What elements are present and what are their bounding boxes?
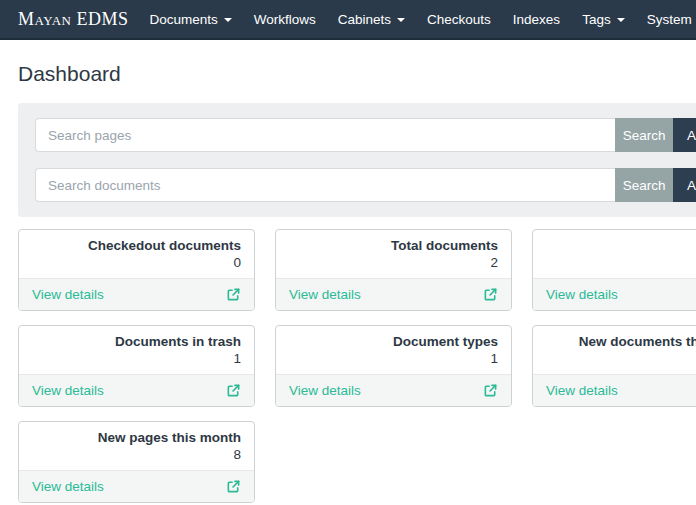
card-body: Document types 1 (276, 326, 511, 374)
card-footer: View details (533, 374, 696, 406)
nav-item-cabinets[interactable]: Cabinets (327, 0, 416, 39)
main-menu: Documents Workflows Cabinets Checkouts I… (138, 0, 696, 39)
advanced-search-pages-button[interactable]: Advanced (673, 118, 696, 152)
card-checkedout-documents: Checkedout documents 0 View details (18, 229, 255, 311)
search-documents-input[interactable] (35, 168, 615, 202)
card-value: 8 (32, 446, 241, 463)
card-document-types: Document types 1 View details (275, 325, 512, 407)
card-documents-in-trash: Documents in trash 1 View details (18, 325, 255, 407)
card-new-documents-this-month: New documents this month View details (532, 325, 696, 407)
card-title: New pages this month (32, 429, 241, 446)
nav-item-label: Indexes (513, 12, 560, 27)
card-value: 1 (32, 350, 241, 367)
nav-item-label: System (647, 12, 692, 27)
card-body: New pages this month 8 (19, 422, 254, 470)
card-body: Documents in trash 1 (19, 326, 254, 374)
card-title: Document types (289, 333, 498, 350)
card-new-pages-this-month: New pages this month 8 View details (18, 421, 255, 503)
view-details-link[interactable]: View details (546, 383, 618, 398)
card-body: Checkedout documents 0 (19, 230, 254, 278)
card-footer: View details (19, 470, 254, 502)
card-value: 2 (289, 254, 498, 271)
nav-item-checkouts[interactable]: Checkouts (416, 0, 502, 39)
card-title: Total documents (289, 237, 498, 254)
dashboard-cards: Checkedout documents 0 View details Tota… (18, 229, 696, 503)
card-title: Documents in trash (32, 333, 241, 350)
card-footer: View details (19, 374, 254, 406)
card-title: New documents this month (546, 333, 696, 350)
external-link-icon[interactable] (483, 383, 498, 398)
nav-item-workflows[interactable]: Workflows (243, 0, 327, 39)
view-details-link[interactable]: View details (32, 383, 104, 398)
page-title: Dashboard (18, 61, 696, 87)
search-pages-row: Search Advanced (35, 118, 696, 152)
view-details-link[interactable]: View details (546, 287, 618, 302)
external-link-icon[interactable] (226, 287, 241, 302)
search-pages-button[interactable]: Search (615, 118, 673, 152)
nav-item-system[interactable]: System (636, 0, 696, 39)
search-documents-button[interactable]: Search (615, 168, 673, 202)
nav-item-label: Cabinets (338, 12, 391, 27)
top-navbar: Mayan EDMS Documents Workflows Cabinets … (0, 0, 696, 40)
external-link-icon[interactable] (226, 383, 241, 398)
card-footer: View details (19, 278, 254, 310)
card-title: Checkedout documents (32, 237, 241, 254)
card-clipped-right-1: View details (532, 229, 696, 311)
nav-item-label: Checkouts (427, 12, 491, 27)
view-details-link[interactable]: View details (289, 383, 361, 398)
view-details-link[interactable]: View details (32, 479, 104, 494)
card-body: New documents this month (533, 326, 696, 374)
external-link-icon[interactable] (483, 287, 498, 302)
nav-item-label: Tags (582, 12, 611, 27)
search-documents-row: Search Advanced (35, 168, 696, 202)
card-body: Total documents 2 (276, 230, 511, 278)
external-link-icon[interactable] (226, 479, 241, 494)
card-total-documents: Total documents 2 View details (275, 229, 512, 311)
card-value: 1 (289, 350, 498, 367)
card-body (533, 230, 696, 278)
card-footer: View details (276, 374, 511, 406)
card-footer: View details (276, 278, 511, 310)
view-details-link[interactable]: View details (32, 287, 104, 302)
nav-item-indexes[interactable]: Indexes (502, 0, 571, 39)
caret-down-icon (224, 18, 232, 22)
advanced-search-documents-button[interactable]: Advanced (673, 168, 696, 202)
caret-down-icon (617, 18, 625, 22)
search-panel: Search Advanced Search Advanced (18, 103, 696, 217)
card-value: 0 (32, 254, 241, 271)
view-details-link[interactable]: View details (289, 287, 361, 302)
nav-item-label: Workflows (254, 12, 316, 27)
nav-item-label: Documents (149, 12, 217, 27)
nav-item-documents[interactable]: Documents (138, 0, 242, 39)
nav-item-tags[interactable]: Tags (571, 0, 636, 39)
card-footer: View details (533, 278, 696, 310)
caret-down-icon (397, 18, 405, 22)
search-pages-input[interactable] (35, 118, 615, 152)
brand-logo[interactable]: Mayan EDMS (18, 9, 128, 30)
